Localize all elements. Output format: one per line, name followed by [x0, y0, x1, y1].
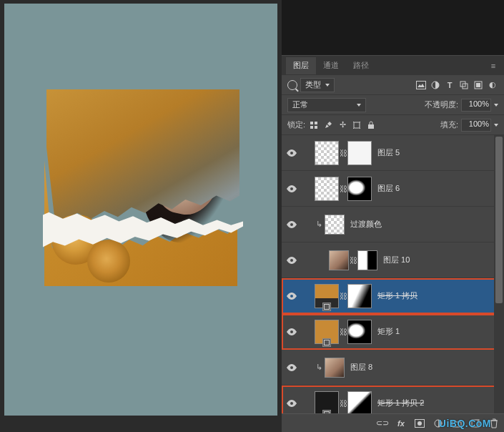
mask-add-icon[interactable]: [414, 418, 425, 429]
svg-rect-5: [476, 83, 480, 87]
layer-row[interactable]: ⛓ 矩形 1: [282, 314, 504, 350]
tab-channels[interactable]: 通道: [316, 57, 346, 74]
layer-name[interactable]: 矩形 1: [377, 326, 400, 337]
fill-input[interactable]: 100%: [461, 119, 491, 132]
shape-badge-icon: [322, 338, 331, 347]
visibility-toggle[interactable]: [285, 185, 299, 192]
chevron-down-icon: [325, 84, 330, 87]
lock-brush-icon[interactable]: [322, 119, 334, 131]
clip-arrow-icon: ↳: [315, 363, 323, 372]
blend-mode-dropdown[interactable]: 正常: [287, 98, 366, 112]
layer-row[interactable]: ⛓ 图层 6: [282, 171, 504, 207]
layers-panel: 图层 通道 路径 ≡ 类型 T ◐ 正常 不透明度: 100% 锁定: ✢: [282, 0, 504, 432]
fx-icon[interactable]: fx: [395, 418, 407, 429]
svg-point-17: [290, 330, 293, 333]
mask-thumbnail[interactable]: [347, 284, 372, 308]
svg-rect-9: [315, 126, 317, 129]
svg-rect-0: [417, 81, 426, 89]
filter-row: 类型 T ◐: [282, 75, 504, 95]
visibility-toggle[interactable]: [285, 257, 299, 264]
lock-artboard-icon[interactable]: [351, 119, 362, 131]
layer-row[interactable]: ⛓ 矩形 1 拷贝 2: [282, 386, 504, 413]
layer-thumbnail[interactable]: [329, 250, 349, 270]
fill-label: 填充:: [440, 119, 458, 130]
opacity-input[interactable]: 100%: [461, 99, 491, 112]
filter-kind-dropdown[interactable]: 类型: [300, 78, 335, 92]
layer-name[interactable]: 图层 6: [377, 183, 400, 194]
chevron-down-icon[interactable]: [494, 104, 498, 107]
layer-row[interactable]: ⛓ 图层 10: [282, 242, 504, 278]
visibility-toggle[interactable]: [285, 364, 299, 371]
document-canvas[interactable]: [0, 0, 282, 432]
tab-layers[interactable]: 图层: [286, 57, 316, 74]
layer-name[interactable]: 过渡颜色: [350, 219, 382, 230]
lock-position-icon[interactable]: ✢: [337, 119, 348, 131]
filter-shape-icon[interactable]: [458, 79, 470, 91]
layer-thumbnail[interactable]: [325, 215, 345, 235]
chevron-down-icon[interactable]: [494, 124, 498, 127]
link-icon: ⛓: [350, 256, 356, 265]
layer-thumbnail[interactable]: [315, 177, 339, 201]
watermark: UiBQ.CoM: [439, 418, 491, 429]
link-icon: ⛓: [340, 328, 346, 336]
visibility-toggle[interactable]: [285, 149, 299, 157]
mask-thumbnail[interactable]: [357, 250, 377, 270]
panel-tabs: 图层 通道 路径 ≡: [282, 55, 504, 75]
lock-all-icon[interactable]: [365, 119, 377, 131]
layer-name[interactable]: 矩形 1 拷贝: [377, 290, 417, 301]
scrollbar[interactable]: [494, 135, 504, 413]
photo-composition: [44, 93, 244, 315]
layer-name[interactable]: 图层 5: [377, 147, 400, 158]
svg-rect-10: [354, 122, 360, 128]
filter-kind-label: 类型: [305, 79, 321, 90]
rose-2: [87, 240, 130, 283]
blend-row: 正常 不透明度: 100%: [282, 95, 504, 115]
search-icon: [287, 80, 297, 90]
visibility-toggle[interactable]: [285, 328, 299, 335]
layer-thumbnail[interactable]: [325, 358, 345, 378]
shape-badge-icon: [322, 303, 331, 311]
filter-text-icon[interactable]: T: [444, 79, 455, 91]
svg-point-12: [290, 152, 293, 154]
opacity-label: 不透明度:: [425, 99, 458, 110]
layers-list[interactable]: ⛓ 图层 5 ⛓ 图层 6 ↳ 过渡颜色 ⛓ 图层 10: [282, 135, 504, 413]
mask-thumbnail[interactable]: [347, 391, 372, 414]
layer-row[interactable]: ⛓ 矩形 1 拷贝: [282, 278, 504, 314]
panel-gap: [282, 0, 504, 55]
link-layers-icon[interactable]: ⊂⊃: [377, 418, 388, 429]
mask-thumbnail[interactable]: [347, 141, 372, 165]
tab-paths[interactable]: 路径: [346, 57, 376, 74]
layer-row[interactable]: ↳ 过渡颜色: [282, 207, 504, 242]
lock-pixels-icon[interactable]: [308, 119, 320, 131]
layer-row[interactable]: ↳ 图层 8: [282, 350, 504, 386]
filter-smart-icon[interactable]: [473, 79, 484, 91]
svg-point-15: [290, 259, 293, 262]
svg-point-13: [290, 187, 293, 190]
filter-toggle-icon[interactable]: ◐: [487, 79, 498, 91]
lock-row: 锁定: ✢ 填充: 100%: [282, 115, 504, 135]
shape-badge-icon: [322, 410, 331, 414]
svg-rect-6: [310, 122, 313, 124]
layer-name[interactable]: 图层 8: [350, 362, 372, 373]
lock-label: 锁定:: [287, 119, 305, 130]
scroll-thumb[interactable]: [495, 137, 503, 303]
visibility-toggle[interactable]: [285, 221, 299, 228]
layer-row[interactable]: ⛓ 图层 5: [282, 135, 504, 171]
layer-thumbnail[interactable]: [315, 141, 339, 165]
filter-image-icon[interactable]: [415, 79, 427, 91]
link-icon: ⛓: [340, 399, 346, 408]
visibility-toggle[interactable]: [285, 293, 299, 300]
svg-point-14: [290, 223, 293, 226]
layer-name[interactable]: 矩形 1 拷贝 2: [377, 398, 424, 408]
panel-menu-icon[interactable]: ≡: [487, 62, 500, 70]
link-icon: ⛓: [340, 149, 346, 157]
filter-adjust-icon[interactable]: [430, 79, 441, 91]
link-icon: ⛓: [340, 292, 346, 300]
chevron-down-icon: [357, 104, 361, 107]
layer-name[interactable]: 图层 10: [383, 255, 410, 265]
svg-point-21: [417, 421, 422, 426]
mask-thumbnail[interactable]: [347, 320, 372, 344]
mask-thumbnail[interactable]: [347, 177, 372, 201]
svg-rect-8: [310, 126, 313, 129]
visibility-toggle[interactable]: [285, 400, 299, 407]
